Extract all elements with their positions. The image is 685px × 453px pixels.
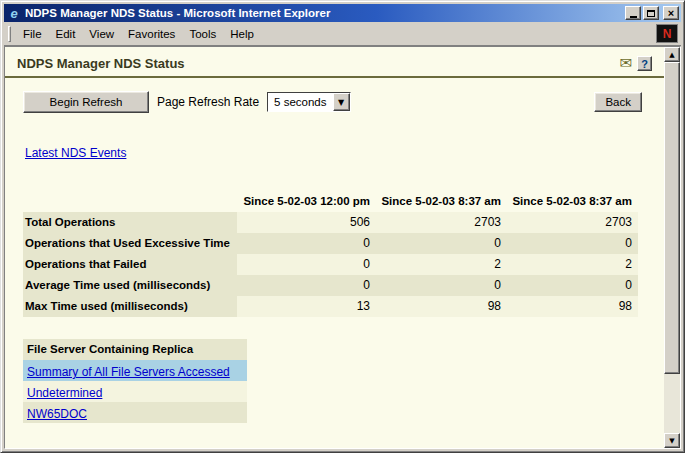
maximize-button[interactable] — [643, 6, 659, 20]
stats-value: 0 — [376, 275, 507, 296]
scroll-down-button[interactable]: ▼ — [664, 433, 680, 448]
table-row: NW65DOC — [23, 402, 247, 423]
scrollbar-thumb[interactable] — [664, 62, 680, 374]
stats-row-label: Average Time used (milliseconds) — [23, 275, 237, 296]
menu-grip[interactable] — [8, 26, 11, 42]
stats-value: 2703 — [376, 212, 507, 233]
stats-row-label: Operations that Used Excessive Time — [23, 233, 237, 254]
stats-col-header: Since 5-02-03 12:00 pm — [237, 191, 376, 212]
page-header: NDPS Manager NDS Status ✉ ? — [5, 47, 664, 78]
stats-value: 98 — [507, 296, 638, 317]
stats-row-label: Operations that Failed — [23, 254, 237, 275]
window-title: NDPS Manager NDS Status - Microsoft Inte… — [25, 7, 621, 19]
vertical-scrollbar[interactable]: ▲ ▼ — [664, 47, 680, 448]
events-row: Latest NDS Events — [25, 143, 664, 161]
help-icon[interactable]: ? — [637, 56, 652, 71]
replica-table: File Server Containing Replica Summary o… — [23, 339, 247, 423]
page-header-icons: ✉ ? — [619, 56, 652, 71]
menu-help[interactable]: Help — [223, 25, 261, 43]
stats-value: 2703 — [507, 212, 638, 233]
stats-value: 0 — [237, 233, 376, 254]
stats-value: 2 — [376, 254, 507, 275]
internet-explorer-icon: e — [7, 7, 21, 20]
nw65doc-link[interactable]: NW65DOC — [27, 407, 87, 421]
minimize-button[interactable] — [625, 6, 641, 20]
browser-window: e NDPS Manager NDS Status - Microsoft In… — [0, 0, 685, 453]
table-row: Undetermined — [23, 381, 247, 402]
stats-value: 98 — [376, 296, 507, 317]
scroll-up-button[interactable]: ▲ — [664, 47, 680, 62]
page-content: NDPS Manager NDS Status ✉ ? Begin Refres… — [5, 47, 664, 448]
replica-table-header: File Server Containing Replica — [23, 339, 247, 360]
menu-file[interactable]: File — [16, 25, 49, 43]
stats-table: Since 5-02-03 12:00 pm Since 5-02-03 8:3… — [23, 191, 664, 317]
table-row: Summary of All File Servers Accessed — [23, 360, 247, 381]
window-controls: × — [625, 6, 679, 20]
stats-value: 0 — [237, 275, 376, 296]
menu-bar: File Edit View Favorites Tools Help N — [4, 22, 681, 46]
menu-tools[interactable]: Tools — [182, 25, 223, 43]
refresh-rate-value: 5 seconds — [268, 93, 332, 111]
refresh-rate-select[interactable]: 5 seconds ▼ — [267, 92, 350, 112]
title-bar[interactable]: e NDPS Manager NDS Status - Microsoft In… — [4, 4, 681, 22]
begin-refresh-button[interactable]: Begin Refresh — [23, 91, 149, 113]
browser-viewport: NDPS Manager NDS Status ✉ ? Begin Refres… — [4, 46, 681, 449]
stats-value: 2 — [507, 254, 638, 275]
stats-value: 506 — [237, 212, 376, 233]
page-title: NDPS Manager NDS Status — [17, 56, 619, 71]
menu-favorites[interactable]: Favorites — [121, 25, 182, 43]
minimize-icon — [630, 16, 637, 18]
stats-value: 0 — [507, 275, 638, 296]
stats-value: 0 — [507, 233, 638, 254]
stats-value: 0 — [376, 233, 507, 254]
stats-col-header: Since 5-02-03 8:37 am — [376, 191, 507, 212]
summary-all-file-servers-link[interactable]: Summary of All File Servers Accessed — [27, 365, 230, 379]
toolbar: Begin Refresh Page Refresh Rate 5 second… — [23, 91, 642, 113]
stats-corner-cell — [23, 191, 237, 212]
mail-icon[interactable]: ✉ — [619, 56, 632, 71]
stats-value: 0 — [237, 254, 376, 275]
scrollbar-track[interactable] — [664, 62, 680, 433]
stats-col-header: Since 5-02-03 8:37 am — [507, 191, 638, 212]
stats-value: 13 — [237, 296, 376, 317]
dropdown-arrow-icon[interactable]: ▼ — [333, 93, 350, 111]
undetermined-link[interactable]: Undetermined — [27, 386, 102, 400]
maximize-icon — [647, 10, 655, 17]
refresh-rate-label: Page Refresh Rate — [157, 95, 259, 109]
stats-row-label: Total Operations — [23, 212, 237, 233]
stats-row-label: Max Time used (milliseconds) — [23, 296, 237, 317]
back-button[interactable]: Back — [594, 92, 642, 112]
menu-edit[interactable]: Edit — [49, 25, 83, 43]
latest-nds-events-link[interactable]: Latest NDS Events — [25, 146, 126, 160]
close-button[interactable]: × — [663, 6, 679, 20]
novell-logo-icon: N — [656, 24, 678, 43]
menu-view[interactable]: View — [82, 25, 121, 43]
